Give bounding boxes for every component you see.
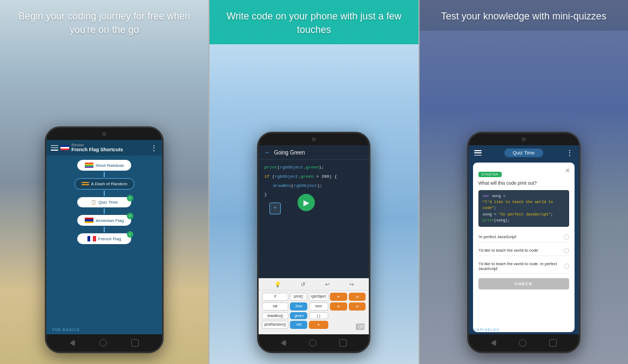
code-editor-area[interactable]: print(rgbObject.green); if (rgbObject.gr… [259, 160, 369, 259]
panel-1-phone-top-bar [46, 128, 162, 140]
option-3[interactable]: 'I'd like to teach the world to code. In… [478, 259, 569, 274]
nav-back-button[interactable] [70, 339, 75, 347]
add-line-button[interactable]: + [269, 203, 280, 214]
code-brace-close: } [264, 192, 267, 197]
divider-2 [418, 0, 420, 364]
code-drawbox-close: ); [317, 183, 322, 188]
hamburger-line-1 [51, 145, 58, 146]
option-2[interactable]: 'I'd like to teach the world to code' [478, 246, 569, 256]
quiz-code-block: var song = "I'd like to teach the world … [478, 190, 569, 227]
token-rgbobject[interactable]: rgbObject [309, 293, 328, 301]
panel-3-phone-screen: Quiz Time ⋮ STARTER ✕ What will this cod… [469, 145, 579, 334]
token-plus-2[interactable]: + [309, 321, 328, 329]
course-item-short-rainbow: Short Rainbow [77, 160, 131, 171]
course-title: French Flag Shortcuts [71, 147, 123, 152]
check-button[interactable]: CHECK [478, 278, 569, 289]
panel-1-topbar-left: Review French Flag Shortcuts [51, 143, 123, 152]
nav-home-button-2[interactable] [309, 339, 316, 347]
panel-2-header: Write code on your phone with just a few… [210, 0, 418, 44]
panel-3-header-text: Test your knowledge with mini-quizzes [430, 10, 617, 23]
panel-2: Write code on your phone with just a few… [210, 0, 418, 364]
option-2-radio[interactable] [564, 248, 569, 253]
french-flag-icon [60, 145, 69, 151]
token-plus-1[interactable]: + [330, 293, 347, 301]
panel-3-dots-icon[interactable]: ⋮ [566, 149, 573, 157]
play-button[interactable]: ▶ [298, 194, 315, 211]
connector-1 [104, 172, 105, 177]
option-1-radio[interactable] [564, 234, 569, 240]
token-print[interactable]: print() [290, 293, 307, 301]
print-paren: (song); [494, 218, 510, 223]
token-var[interactable]: var [262, 302, 288, 311]
nav-home-button[interactable] [99, 339, 107, 347]
course-item-french-flag: French Flag ✓ [77, 233, 131, 244]
armenian-flag-label: Armenian Flag [96, 218, 124, 223]
code-print: print [264, 165, 277, 170]
armenian-flag-item[interactable]: Armenian Flag ✓ [77, 215, 131, 226]
token-pickrandom[interactable]: pickRandom() [262, 321, 288, 329]
option-2-text: 'I'd like to teach the world to code' [478, 248, 539, 253]
french-flag-red [60, 149, 69, 150]
lightbulb-icon[interactable]: 💡 [274, 281, 281, 287]
dash-line-1 [82, 182, 89, 183]
french-flag-item[interactable]: French Flag ✓ [77, 233, 131, 244]
connector-2 [104, 191, 105, 196]
var-keyword: var [483, 194, 492, 198]
review-label: Review [71, 143, 123, 147]
panel-1-screen-content: Review French Flag Shortcuts ⋮ [46, 140, 162, 334]
panel-2-phone: ← Going Green print(rgbObject.green); if… [257, 132, 370, 353]
french-check: ✓ [127, 231, 133, 238]
delete-button[interactable]: ⌫ [356, 323, 364, 330]
token-num[interactable]: num [309, 302, 328, 311]
quiz-time-item[interactable]: 📋 Quiz Time ✓ [77, 197, 131, 207]
token-gt[interactable]: > [349, 293, 366, 301]
dots-menu-icon[interactable]: ⋮ [150, 144, 158, 152]
code-semicolon-1: ); [319, 165, 324, 170]
token-parens[interactable]: ( ) [309, 312, 328, 319]
hamburger-icon[interactable] [51, 145, 58, 151]
ham-line-2 [474, 152, 482, 153]
string-2: "In perfect JavaScript" [498, 212, 551, 217]
short-rainbow-item[interactable]: Short Rainbow [77, 160, 131, 171]
nav-back-button-2[interactable] [281, 339, 286, 347]
short-rainbow-label: Short Rainbow [96, 163, 124, 168]
quiz-card: STARTER ✕ What will this code print out?… [473, 163, 575, 332]
token-drawbox[interactable]: drawBox() [262, 312, 288, 319]
nav-back-button-3[interactable] [491, 339, 496, 347]
token-blue[interactable]: .blue [290, 302, 307, 311]
back-arrow-icon[interactable]: ← [264, 149, 271, 156]
option-3-radio[interactable] [564, 264, 569, 269]
redo-icon[interactable]: ↪ [349, 281, 354, 287]
fr-red [93, 236, 96, 241]
panel-3-hamburger[interactable] [474, 150, 482, 156]
dash-random-item[interactable]: A Dash of Random [75, 178, 134, 190]
connector-4 [104, 227, 105, 232]
token-lt[interactable]: < [349, 302, 366, 311]
code-rgb-obj-1: rgbObject [280, 165, 303, 170]
quiz-question: What will this code print out? [478, 180, 569, 186]
quiz-time-check: ✓ [127, 195, 133, 201]
nav-recents-button[interactable] [131, 339, 139, 347]
var-song: song = [492, 194, 505, 198]
code-rgb-obj-3: rgbObject [294, 183, 317, 188]
fr-flag-icon [87, 236, 96, 241]
nav-home-button-3[interactable] [519, 339, 526, 347]
ham-line-3 [474, 155, 482, 156]
undo-icon[interactable]: ↩ [325, 281, 329, 287]
nav-recents-button-2[interactable] [339, 339, 347, 347]
nav-recents-button-3[interactable] [549, 339, 557, 347]
code-line-4: } [264, 191, 363, 198]
close-button[interactable]: ✕ [565, 167, 570, 174]
quiz-time-label: Quiz Time [98, 200, 118, 205]
panel-2-phone-top-bar [259, 133, 369, 145]
token-if[interactable]: if [262, 293, 288, 301]
refresh-icon[interactable]: ↺ [301, 281, 305, 287]
option-3-text: 'I'd like to teach the world to code. In… [478, 261, 564, 271]
token-green[interactable]: .green [290, 312, 307, 319]
token-eq[interactable]: = [330, 302, 347, 311]
panel-1-phone-bottom-bar [46, 334, 162, 352]
panel-2-phone-bottom-bar [259, 334, 369, 352]
token-red[interactable]: .red [290, 321, 307, 329]
option-1[interactable]: 'In perfect JavaScript' [478, 232, 569, 242]
panel-1: Begin your coding journey for free when … [0, 0, 208, 364]
